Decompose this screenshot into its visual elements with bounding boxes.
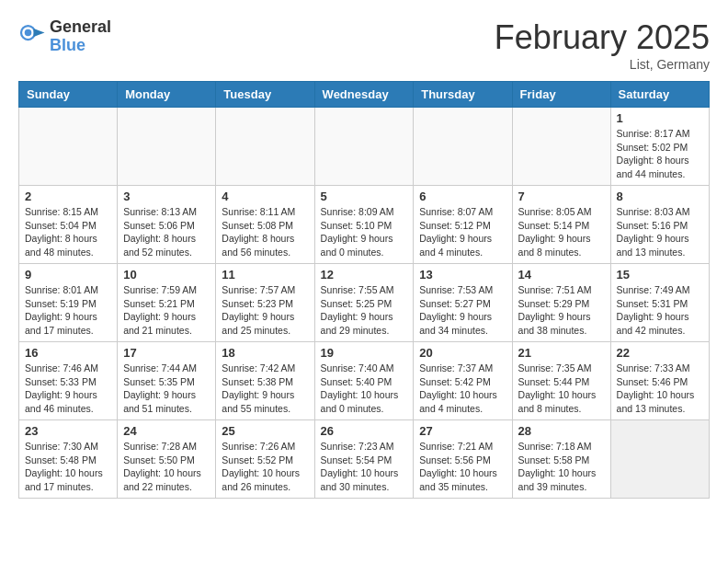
calendar-cell: 21Sunrise: 7:35 AM Sunset: 5:44 PM Dayli… [512, 342, 610, 420]
calendar-cell: 8Sunrise: 8:03 AM Sunset: 5:16 PM Daylig… [610, 186, 709, 264]
day-number: 26 [321, 424, 408, 438]
day-info: Sunrise: 8:13 AM Sunset: 5:06 PM Dayligh… [123, 205, 210, 259]
title-block: February 2025 List, Germany [495, 18, 710, 72]
calendar-cell: 22Sunrise: 7:33 AM Sunset: 5:46 PM Dayli… [610, 342, 709, 420]
day-number: 16 [25, 346, 111, 360]
logo-text: General Blue [50, 18, 111, 55]
day-number: 13 [419, 268, 506, 282]
calendar-table: SundayMondayTuesdayWednesdayThursdayFrid… [18, 81, 710, 499]
calendar-cell: 6Sunrise: 8:07 AM Sunset: 5:12 PM Daylig… [414, 186, 512, 264]
calendar-cell [414, 108, 512, 186]
week-row-2: 2Sunrise: 8:15 AM Sunset: 5:04 PM Daylig… [19, 186, 710, 264]
day-info: Sunrise: 8:17 AM Sunset: 5:02 PM Dayligh… [617, 127, 703, 181]
day-info: Sunrise: 7:53 AM Sunset: 5:27 PM Dayligh… [419, 283, 506, 338]
day-number: 14 [518, 268, 605, 282]
day-number: 4 [222, 190, 308, 203]
day-info: Sunrise: 8:03 AM Sunset: 5:16 PM Dayligh… [617, 205, 703, 259]
calendar-cell: 12Sunrise: 7:55 AM Sunset: 5:25 PM Dayli… [314, 264, 414, 342]
day-number: 17 [123, 346, 210, 360]
calendar-cell [19, 108, 118, 186]
weekday-header-row: SundayMondayTuesdayWednesdayThursdayFrid… [19, 82, 710, 108]
calendar-cell: 26Sunrise: 7:23 AM Sunset: 5:54 PM Dayli… [314, 420, 414, 499]
calendar-cell: 3Sunrise: 8:13 AM Sunset: 5:06 PM Daylig… [118, 186, 216, 264]
day-info: Sunrise: 8:01 AM Sunset: 5:19 PM Dayligh… [25, 283, 111, 338]
week-row-5: 23Sunrise: 7:30 AM Sunset: 5:48 PM Dayli… [19, 420, 710, 499]
day-info: Sunrise: 7:35 AM Sunset: 5:44 PM Dayligh… [518, 362, 605, 416]
week-row-1: 1Sunrise: 8:17 AM Sunset: 5:02 PM Daylig… [19, 108, 710, 186]
calendar-cell: 14Sunrise: 7:51 AM Sunset: 5:29 PM Dayli… [512, 264, 610, 342]
logo-general: General [50, 18, 111, 37]
calendar-cell [216, 108, 314, 186]
weekday-header-tuesday: Tuesday [216, 82, 314, 108]
day-number: 21 [518, 346, 605, 360]
calendar-cell: 11Sunrise: 7:57 AM Sunset: 5:23 PM Dayli… [216, 264, 314, 342]
weekday-header-friday: Friday [512, 82, 610, 108]
day-number: 18 [222, 346, 308, 360]
day-number: 6 [419, 190, 506, 203]
calendar-cell [118, 108, 216, 186]
day-info: Sunrise: 7:18 AM Sunset: 5:58 PM Dayligh… [518, 440, 605, 494]
calendar-cell: 5Sunrise: 8:09 AM Sunset: 5:10 PM Daylig… [314, 186, 414, 264]
day-info: Sunrise: 7:51 AM Sunset: 5:29 PM Dayligh… [518, 283, 605, 338]
week-row-4: 16Sunrise: 7:46 AM Sunset: 5:33 PM Dayli… [19, 342, 710, 420]
day-info: Sunrise: 7:46 AM Sunset: 5:33 PM Dayligh… [25, 362, 111, 416]
calendar-cell: 20Sunrise: 7:37 AM Sunset: 5:42 PM Dayli… [414, 342, 512, 420]
logo-blue: Blue [50, 37, 111, 55]
day-info: Sunrise: 7:23 AM Sunset: 5:54 PM Dayligh… [321, 440, 408, 494]
day-number: 20 [419, 346, 506, 360]
day-number: 3 [123, 190, 210, 203]
month-title: February 2025 [495, 18, 710, 57]
day-number: 23 [25, 424, 111, 438]
calendar-cell: 9Sunrise: 8:01 AM Sunset: 5:19 PM Daylig… [19, 264, 118, 342]
day-number: 8 [617, 190, 703, 203]
day-number: 5 [321, 190, 408, 203]
logo-icon [18, 23, 46, 51]
day-number: 2 [25, 190, 111, 203]
weekday-header-thursday: Thursday [414, 82, 512, 108]
day-info: Sunrise: 7:42 AM Sunset: 5:38 PM Dayligh… [222, 362, 308, 416]
weekday-header-monday: Monday [118, 82, 216, 108]
day-info: Sunrise: 8:15 AM Sunset: 5:04 PM Dayligh… [25, 205, 111, 259]
page-header: General Blue February 2025 List, Germany [18, 18, 710, 72]
day-number: 22 [617, 346, 703, 360]
day-info: Sunrise: 7:49 AM Sunset: 5:31 PM Dayligh… [617, 283, 703, 338]
calendar-cell: 10Sunrise: 7:59 AM Sunset: 5:21 PM Dayli… [118, 264, 216, 342]
day-number: 1 [617, 111, 703, 125]
svg-point-1 [25, 29, 32, 37]
weekday-header-sunday: Sunday [19, 82, 118, 108]
calendar-cell: 19Sunrise: 7:40 AM Sunset: 5:40 PM Dayli… [314, 342, 414, 420]
calendar-cell: 2Sunrise: 8:15 AM Sunset: 5:04 PM Daylig… [19, 186, 118, 264]
location: List, Germany [495, 57, 710, 72]
day-number: 25 [222, 424, 308, 438]
week-row-3: 9Sunrise: 8:01 AM Sunset: 5:19 PM Daylig… [19, 264, 710, 342]
day-number: 12 [321, 268, 408, 282]
day-number: 10 [123, 268, 210, 282]
day-info: Sunrise: 7:37 AM Sunset: 5:42 PM Dayligh… [419, 362, 506, 416]
day-number: 19 [321, 346, 408, 360]
calendar-cell [314, 108, 414, 186]
day-number: 7 [518, 190, 605, 203]
day-info: Sunrise: 7:40 AM Sunset: 5:40 PM Dayligh… [321, 362, 408, 416]
calendar-cell: 17Sunrise: 7:44 AM Sunset: 5:35 PM Dayli… [118, 342, 216, 420]
calendar-cell: 24Sunrise: 7:28 AM Sunset: 5:50 PM Dayli… [118, 420, 216, 499]
calendar-cell: 16Sunrise: 7:46 AM Sunset: 5:33 PM Dayli… [19, 342, 118, 420]
calendar-cell [512, 108, 610, 186]
day-info: Sunrise: 7:55 AM Sunset: 5:25 PM Dayligh… [321, 283, 408, 338]
day-info: Sunrise: 7:33 AM Sunset: 5:46 PM Dayligh… [617, 362, 703, 416]
calendar-cell: 7Sunrise: 8:05 AM Sunset: 5:14 PM Daylig… [512, 186, 610, 264]
day-number: 28 [518, 424, 605, 438]
weekday-header-wednesday: Wednesday [314, 82, 414, 108]
day-info: Sunrise: 7:26 AM Sunset: 5:52 PM Dayligh… [222, 440, 308, 494]
day-number: 15 [617, 268, 703, 282]
calendar-cell: 25Sunrise: 7:26 AM Sunset: 5:52 PM Dayli… [216, 420, 314, 499]
calendar-cell: 13Sunrise: 7:53 AM Sunset: 5:27 PM Dayli… [414, 264, 512, 342]
day-info: Sunrise: 7:57 AM Sunset: 5:23 PM Dayligh… [222, 283, 308, 338]
day-info: Sunrise: 7:28 AM Sunset: 5:50 PM Dayligh… [123, 440, 210, 494]
calendar-cell: 23Sunrise: 7:30 AM Sunset: 5:48 PM Dayli… [19, 420, 118, 499]
calendar-cell: 27Sunrise: 7:21 AM Sunset: 5:56 PM Dayli… [414, 420, 512, 499]
svg-marker-2 [34, 29, 45, 37]
calendar-cell: 4Sunrise: 8:11 AM Sunset: 5:08 PM Daylig… [216, 186, 314, 264]
calendar-cell [610, 420, 709, 499]
calendar-cell: 15Sunrise: 7:49 AM Sunset: 5:31 PM Dayli… [610, 264, 709, 342]
day-number: 27 [419, 424, 506, 438]
